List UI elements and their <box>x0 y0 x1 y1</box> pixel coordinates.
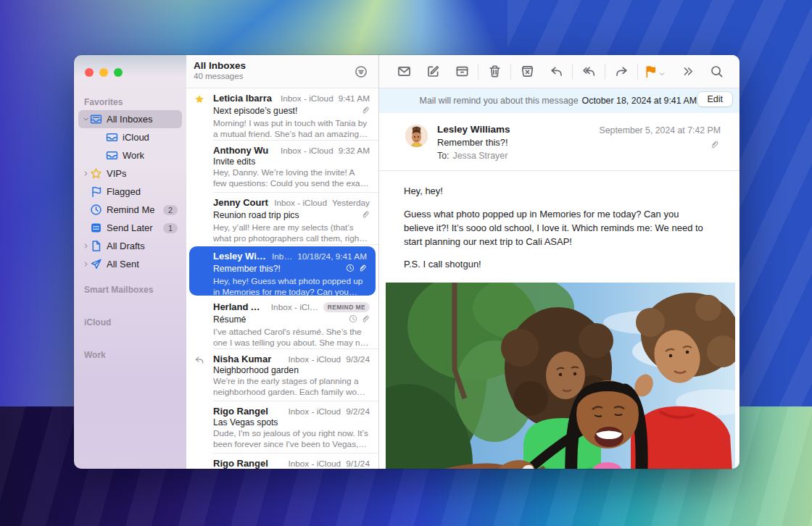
reply-icon[interactable] <box>542 60 571 83</box>
row-preview: We’re in the early stages of planning a … <box>213 376 370 398</box>
row-sender: Jenny Court <box>213 197 270 208</box>
list-message-count: 40 messages <box>194 72 370 80</box>
sidebar-item-label: All Drafts <box>107 241 145 251</box>
row-subject: Neighborhood garden <box>213 365 370 375</box>
sidebar-item-all-inboxes[interactable]: All Inboxes <box>78 110 182 128</box>
chevron-right-icon[interactable] <box>81 243 90 249</box>
sidebar-section-smart-mailboxes[interactable]: Smart Mailboxes <box>84 285 186 295</box>
sidebar-section-work[interactable]: Work <box>84 350 186 360</box>
message-pane: Mail will remind you about this message … <box>379 55 740 469</box>
toolbar-separator <box>605 64 605 80</box>
row-mailbox: Inbox - iCloud <box>288 459 341 469</box>
zoom-button[interactable] <box>114 68 123 77</box>
sidebar-item-work[interactable]: Work <box>78 146 182 164</box>
more-icon[interactable] <box>673 60 702 83</box>
sidebar-item-all-drafts[interactable]: All Drafts <box>78 237 182 255</box>
all-inboxes-icon <box>90 113 102 125</box>
chevron-right-icon[interactable] <box>81 261 90 267</box>
sidebar-item-label: Flagged <box>107 186 141 197</box>
archive-icon[interactable] <box>447 60 476 83</box>
doc-icon <box>90 240 102 252</box>
message-row-anthony-wu[interactable]: Anthony WuInbox - iCloud9:32 AMInvite ed… <box>186 141 378 193</box>
filter-icon[interactable] <box>352 63 370 80</box>
to-label: To: <box>437 151 450 161</box>
list-title: All Inboxes <box>194 60 370 71</box>
close-button[interactable] <box>85 68 94 77</box>
clock-icon <box>349 313 357 326</box>
star-icon <box>90 167 102 180</box>
row-date: 9/3/24 <box>346 354 370 364</box>
sidebar-item-label: Send Later <box>107 222 153 233</box>
remind-banner-date: October 18, 2024 at 9:41 AM. <box>582 96 700 106</box>
row-subject: Next episode’s guest! <box>213 106 361 116</box>
forward-icon[interactable] <box>607 60 636 83</box>
message-row-nisha-kumar[interactable]: Nisha KumarInbox - iCloud9/3/24Neighborh… <box>186 349 378 401</box>
sidebar-item-label: All Sent <box>107 259 139 270</box>
mailboxes-sidebar: Favorites All InboxesiCloudWorkVIPsFlagg… <box>74 55 186 469</box>
chevron-right-icon[interactable] <box>81 170 90 177</box>
paperclip-icon <box>361 209 370 222</box>
message-row-herland-antezana[interactable]: Herland AntezanaInbox - iCl…REMIND MERés… <box>186 297 378 349</box>
row-sender: Nisha Kumar <box>213 354 283 364</box>
row-preview: Hey, hey! Guess what photo popped up in … <box>213 276 367 299</box>
row-sender: Leticia Ibarra <box>213 93 276 104</box>
chevron-down-icon[interactable] <box>81 116 90 122</box>
message-row-rigo-rangel[interactable]: Rigo RangelInbox - iCloud9/1/24 <box>186 454 378 469</box>
remind-me-badge: REMIND ME <box>323 302 370 312</box>
sidebar-item-flagged[interactable]: Flagged <box>78 183 182 201</box>
message-row-jenny-court[interactable]: Jenny CourtInbox - iCloudYesterdayReunio… <box>186 193 378 245</box>
sidebar-item-send-later[interactable]: Send Later1 <box>78 219 182 237</box>
sidebar-item-all-sent[interactable]: All Sent <box>78 255 182 273</box>
message-row-lesley-williams[interactable]: Lesley WilliamsInb…10/18/24, 9:41 AMReme… <box>189 246 376 296</box>
compose-icon[interactable] <box>418 60 447 83</box>
sender-avatar <box>405 125 428 147</box>
window-controls <box>85 68 123 77</box>
photo-attachment[interactable] <box>386 283 735 469</box>
unread-count-badge: 2 <box>163 205 178 215</box>
edit-reminder-button[interactable]: Edit <box>697 92 732 107</box>
recipient-name[interactable]: Jessa Strayer <box>453 151 508 161</box>
row-sender: Rigo Rangel <box>213 458 283 469</box>
sidebar-item-icloud[interactable]: iCloud <box>78 128 182 146</box>
search-icon[interactable] <box>702 60 731 83</box>
sidebar-item-label: Work <box>123 150 144 161</box>
clock-icon <box>346 262 355 275</box>
junk-icon[interactable] <box>513 60 542 83</box>
sidebar-item-remind-me[interactable]: Remind Me2 <box>78 201 182 219</box>
reply-all-icon[interactable] <box>574 60 603 83</box>
row-sender: Anthony Wu <box>213 145 276 156</box>
sidebar-item-vips[interactable]: VIPs <box>78 164 182 183</box>
trash-icon[interactable] <box>480 60 509 83</box>
message-row-rigo-rangel[interactable]: Rigo RangelInbox - iCloud9/2/24Las Vegas… <box>186 401 378 454</box>
send-icon <box>90 258 102 270</box>
row-subject: Invite edits <box>213 156 370 167</box>
minimize-button[interactable] <box>99 68 108 77</box>
row-preview: Morning! I was put in touch with Tania b… <box>213 118 370 141</box>
message-header: Lesley Williams Remember this?! To:Jessa… <box>379 113 740 171</box>
sidebar-item-label: iCloud <box>123 132 149 143</box>
row-date: 9/1/24 <box>346 459 370 469</box>
desktop-wallpaper: Favorites All InboxesiCloudWorkVIPsFlagg… <box>0 0 812 526</box>
sidebar-section-icloud[interactable]: iCloud <box>84 317 186 327</box>
message-subject: Remember this?! <box>437 137 721 148</box>
remind-banner: Mail will remind you about this message … <box>379 88 740 113</box>
row-subject: Las Vegas spots <box>213 417 370 427</box>
flag-menu-chevron-down-icon[interactable] <box>658 70 668 78</box>
message-list-column: All Inboxes 40 messages Leticia IbarraIn… <box>186 55 379 469</box>
flag-star-icon <box>194 94 204 104</box>
row-date: Yesterday <box>332 198 370 208</box>
clock-icon <box>90 204 102 216</box>
three-friends-selfie-image <box>386 283 735 469</box>
row-date: 9:32 AM <box>339 146 370 156</box>
inbox-icon <box>106 131 118 143</box>
sidebar-item-label: VIPs <box>107 168 126 179</box>
row-preview: Hey, Danny. We’re loving the invite! A f… <box>213 167 370 190</box>
row-date: 10/18/24, 9:41 AM <box>297 251 367 262</box>
message-row-leticia-ibarra[interactable]: Leticia IbarraInbox - iCloud9:41 AMNext … <box>186 88 378 141</box>
get-mail-icon[interactable] <box>389 60 418 83</box>
toolbar <box>379 55 740 88</box>
message-date: September 5, 2024 at 7:42 PM <box>600 125 721 135</box>
row-preview: Hey, y’all! Here are my selects (that’s … <box>213 222 370 245</box>
row-mailbox: Inbox - iCloud <box>288 354 341 364</box>
inbox-icon <box>106 149 118 162</box>
